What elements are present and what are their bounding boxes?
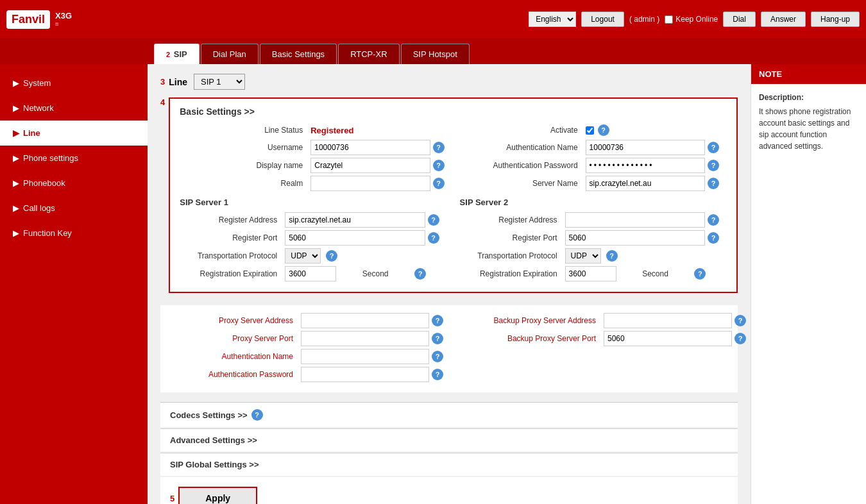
proxy-row4: Authentication Password ? <box>170 367 728 382</box>
tab-sip-hotspot[interactable]: SIP Hotspot <box>401 44 470 64</box>
proxy-port-input[interactable] <box>301 331 429 346</box>
server2-reg-port-input[interactable] <box>565 230 705 246</box>
server1-transport-help[interactable]: ? <box>326 250 337 262</box>
keep-online-checkbox[interactable] <box>665 15 673 24</box>
basic-settings-title: Basic Settings >> <box>180 106 727 117</box>
sip-server2-title: SIP Server 2 <box>460 197 727 207</box>
proxy-auth-password-help[interactable]: ? <box>432 369 443 380</box>
sidebar-item-function-key[interactable]: ▶ Function Key <box>0 221 148 246</box>
sidebar-label-calllogs: Call logs <box>23 203 55 213</box>
proxy-address-help[interactable]: ? <box>432 315 443 326</box>
line-selector-row: 3 Line SIP 1 SIP 2 SIP 3 SIP 4 <box>160 74 738 90</box>
username-input[interactable] <box>310 140 430 155</box>
proxy-auth-name-label: Authentication Name <box>170 352 298 361</box>
server1-transport-select[interactable]: UDPTCPTLS <box>285 248 321 264</box>
display-name-input[interactable] <box>310 158 430 173</box>
proxy-port-label: Proxy Server Port <box>170 334 298 343</box>
arrow-icon-phone: ▶ <box>13 153 19 163</box>
backup-proxy-port-help[interactable]: ? <box>734 333 746 344</box>
keep-online-label: Keep Online <box>675 15 718 24</box>
server1-reg-address-help[interactable]: ? <box>428 214 439 226</box>
tab-rtcp-xr-label: RTCP-XR <box>350 49 387 59</box>
proxy-auth-name-input[interactable] <box>301 349 429 364</box>
auth-name-label: Authentication Name <box>455 143 583 152</box>
proxy-auth-password-input[interactable] <box>301 367 429 382</box>
server-name-input[interactable] <box>586 176 705 191</box>
sidebar-item-phonebook[interactable]: ▶ Phonebook <box>0 171 148 196</box>
sidebar-item-phone-settings[interactable]: ▶ Phone settings <box>0 146 148 171</box>
step-4: 4 <box>160 97 165 107</box>
codecs-help-icon[interactable]: ? <box>251 409 263 421</box>
tab-bar: 2 SIP Dial Plan Basic Settings RTCP-XR S… <box>0 38 866 64</box>
language-select[interactable]: English <box>529 12 576 27</box>
server2-transport-help[interactable]: ? <box>606 250 618 262</box>
proxy-port-help[interactable]: ? <box>432 333 443 344</box>
note-description-label: Description: <box>759 92 858 103</box>
username-label: Username <box>180 143 308 152</box>
backup-proxy-port-input[interactable] <box>604 331 732 346</box>
tab-sip-hotspot-label: SIP Hotspot <box>413 49 457 59</box>
activate-label: Activate <box>455 126 583 135</box>
activate-checkbox[interactable] <box>586 126 594 135</box>
server2-reg-port-help[interactable]: ? <box>708 232 719 244</box>
auth-password-input[interactable] <box>586 158 705 173</box>
answer-button[interactable]: Answer <box>761 12 806 27</box>
sip-global-title-text: SIP Global Settings >> <box>170 460 259 469</box>
proxy-address-input[interactable] <box>301 313 429 328</box>
server2-reg-address-input[interactable] <box>565 212 705 228</box>
sip-global-title[interactable]: SIP Global Settings >> <box>170 460 738 469</box>
server-name-help-icon[interactable]: ? <box>708 178 719 189</box>
tab-sip[interactable]: 2 SIP <box>154 44 200 64</box>
tab-dial-plan[interactable]: Dial Plan <box>201 44 259 64</box>
username-help-icon[interactable]: ? <box>433 142 445 153</box>
server2-expiry-help[interactable]: ? <box>694 268 706 280</box>
line-select[interactable]: SIP 1 SIP 2 SIP 3 SIP 4 <box>194 74 245 90</box>
display-name-help-icon[interactable]: ? <box>433 160 445 171</box>
dial-button[interactable]: Dial <box>723 12 756 27</box>
apply-button[interactable]: Apply <box>178 487 257 504</box>
server1-reg-port-label: Register Port <box>180 233 282 242</box>
proxy-row1: Proxy Server Address ? Backup Proxy Serv… <box>170 313 728 328</box>
hangup-button[interactable]: Hang-up <box>811 12 860 27</box>
server1-expiry-input[interactable] <box>285 266 336 281</box>
proxy-address-label: Proxy Server Address <box>170 316 298 325</box>
auth-name-input[interactable] <box>586 140 705 155</box>
tab-rtcp-xr[interactable]: RTCP-XR <box>338 44 400 64</box>
server1-reg-address-input[interactable] <box>285 212 425 228</box>
server1-reg-port-help[interactable]: ? <box>428 232 439 244</box>
sidebar-item-call-logs[interactable]: ▶ Call logs <box>0 196 148 221</box>
activate-help-icon[interactable]: ? <box>598 124 609 136</box>
server2-reg-address-help[interactable]: ? <box>708 214 719 226</box>
step-3: 3 <box>160 77 165 87</box>
sidebar-label-line: Line <box>23 128 40 138</box>
realm-help-icon[interactable]: ? <box>433 178 445 189</box>
tab-basic-settings-label: Basic Settings <box>272 49 325 59</box>
header: Fanvil X3G ≡ English Logout ( admin ) Ke… <box>0 0 866 38</box>
backup-proxy-address-input[interactable] <box>604 313 732 328</box>
server2-expiry-input[interactable] <box>565 266 616 281</box>
sidebar-label-phonebook: Phonebook <box>23 178 65 188</box>
server1-expiry-help[interactable]: ? <box>414 268 426 280</box>
activate-row: ? <box>586 124 705 136</box>
sidebar-item-line[interactable]: 2 ▶ Line <box>0 121 148 146</box>
arrow-icon-phonebook: ▶ <box>13 178 19 188</box>
tab-basic-settings[interactable]: Basic Settings <box>260 44 337 64</box>
server2-reg-address-row: Register Address ? <box>460 212 727 228</box>
logout-button[interactable]: Logout <box>581 12 624 27</box>
backup-proxy-address-help[interactable]: ? <box>734 315 746 326</box>
menu-icon: ≡ <box>55 21 72 28</box>
sidebar-label-system: System <box>23 78 51 88</box>
codecs-title-text: Codecs Settings >> <box>170 410 248 420</box>
codecs-title[interactable]: Codecs Settings >> ? <box>170 409 738 421</box>
auth-password-help-icon[interactable]: ? <box>708 160 719 171</box>
proxy-auth-name-help[interactable]: ? <box>432 351 443 362</box>
note-body: Description: It shows phone registration… <box>751 84 866 160</box>
sidebar-item-network[interactable]: ▶ Network <box>0 96 148 121</box>
sidebar-item-system[interactable]: ▶ System <box>0 71 148 96</box>
server2-transport-select[interactable]: UDPTCPTLS <box>565 248 601 264</box>
realm-input[interactable] <box>310 176 430 191</box>
server-section: SIP Server 1 Register Address ? Register… <box>180 197 727 284</box>
auth-name-help-icon[interactable]: ? <box>708 142 719 153</box>
advanced-title[interactable]: Advanced Settings >> <box>170 435 738 445</box>
server1-reg-port-input[interactable] <box>285 230 425 246</box>
